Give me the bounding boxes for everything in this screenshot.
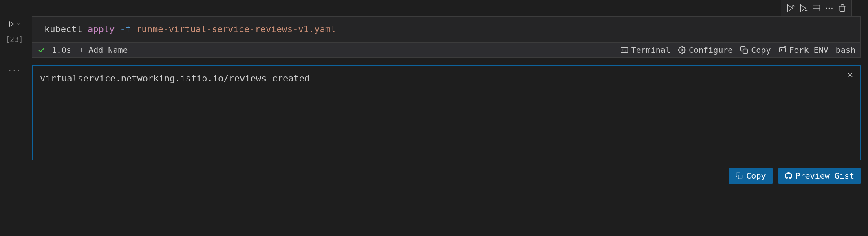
output-text: virtualservice.networking.istio.io/revie…: [40, 72, 853, 85]
output-panel: virtualservice.networking.istio.io/revie…: [32, 65, 861, 160]
output-more-icon[interactable]: ···: [8, 66, 21, 75]
preview-gist-button[interactable]: Preview Gist: [778, 168, 861, 184]
fork-env-button[interactable]: Fork ENV: [778, 45, 828, 55]
svg-marker-1: [801, 5, 806, 12]
add-name-label: Add Name: [88, 45, 128, 55]
terminal-label: Terminal: [631, 45, 670, 55]
configure-button[interactable]: Configure: [678, 45, 733, 55]
success-icon: [37, 46, 46, 55]
svg-point-12: [681, 49, 683, 51]
copy-button[interactable]: Copy: [740, 45, 771, 55]
status-left: 1.0s Add Name: [37, 45, 128, 55]
split-panel-icon[interactable]: [811, 2, 822, 14]
language-selector[interactable]: bash: [836, 45, 855, 55]
code-command: kubectl: [44, 24, 82, 34]
close-output-button[interactable]: [846, 71, 854, 79]
svg-rect-13: [743, 49, 748, 53]
cell-gutter: [23] ···: [0, 16, 29, 75]
svg-point-6: [831, 8, 833, 9]
run-cell-button[interactable]: [8, 20, 21, 28]
more-icon[interactable]: [824, 2, 835, 14]
svg-rect-14: [779, 47, 785, 52]
duration-label: 1.0s: [52, 45, 71, 55]
svg-rect-17: [738, 175, 742, 179]
svg-marker-0: [788, 5, 793, 12]
bottom-actions: Copy Preview Gist: [0, 168, 861, 184]
svg-marker-7: [10, 22, 14, 26]
terminal-button[interactable]: Terminal: [620, 45, 670, 55]
run-up-icon[interactable]: [784, 2, 796, 14]
svg-rect-10: [621, 47, 628, 52]
cell-toolbar: [781, 0, 852, 16]
run-down-icon[interactable]: [798, 2, 809, 14]
execution-count: [23]: [5, 35, 23, 44]
code-line: kubectl apply -f runme-virtual-service-r…: [44, 23, 848, 36]
add-name-button[interactable]: Add Name: [77, 45, 128, 55]
fork-env-label: Fork ENV: [789, 45, 828, 55]
status-bar: 1.0s Add Name Terminal: [32, 43, 861, 58]
code-editor[interactable]: kubectl apply -f runme-virtual-service-r…: [32, 16, 861, 43]
trash-icon[interactable]: [837, 2, 848, 14]
copy-output-button[interactable]: Copy: [729, 168, 772, 184]
code-keyword: apply: [88, 24, 115, 34]
svg-point-4: [826, 8, 827, 9]
status-right: Terminal Configure Copy: [620, 45, 855, 55]
configure-label: Configure: [689, 45, 733, 55]
notebook-cell: [23] ··· kubectl apply -f runme-virtual-…: [0, 0, 868, 184]
code-argument: runme-virtual-service-reviews-v1.yaml: [136, 24, 336, 34]
preview-gist-label: Preview Gist: [795, 171, 855, 181]
svg-point-5: [829, 8, 830, 9]
copy-output-label: Copy: [746, 171, 766, 181]
copy-label: Copy: [751, 45, 771, 55]
code-flag: -f: [120, 24, 131, 34]
